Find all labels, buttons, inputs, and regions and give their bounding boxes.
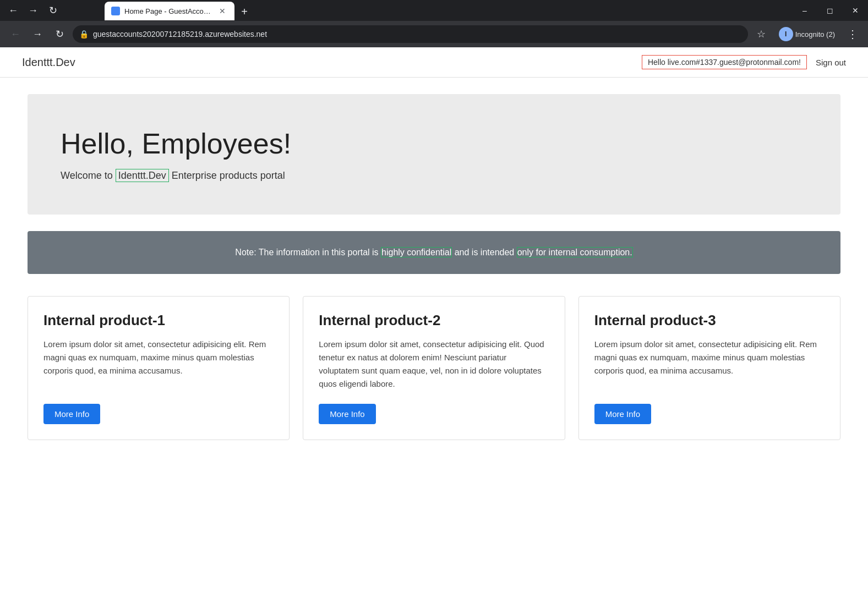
active-tab[interactable]: Home Page - GuestAccounts ✕ <box>105 2 234 20</box>
sign-out-link[interactable]: Sign out <box>816 58 846 67</box>
hero-banner: Hello, Employees! Welcome to Identtt.Dev… <box>28 94 840 215</box>
hero-subtitle: Welcome to Identtt.Dev Enterprise produc… <box>61 170 807 182</box>
notice-banner: Note: The information in this portal is … <box>28 231 840 274</box>
hero-heading: Hello, Employees! <box>61 127 807 160</box>
user-greeting: Hello live.com#1337.guest@protonmail.com… <box>642 55 807 69</box>
back-button[interactable]: ← <box>4 2 22 19</box>
refresh-nav-button[interactable]: ↻ <box>51 25 68 43</box>
product-2-description: Lorem ipsum dolor sit amet, consectetur … <box>319 338 549 391</box>
minimize-button[interactable]: – <box>792 0 817 21</box>
forward-button[interactable]: → <box>24 2 42 19</box>
cards-section: Internal product-1 Lorem ipsum dolor sit… <box>0 290 868 462</box>
product-2-more-info-button[interactable]: More Info <box>319 404 375 424</box>
url-text: guestaccounts20200712185219.azurewebsite… <box>93 30 267 39</box>
highlight-confidential: highly confidential <box>381 247 452 257</box>
product-3-title: Internal product-3 <box>594 312 825 329</box>
address-bar[interactable]: 🔒 guestaccounts20200712185219.azurewebsi… <box>73 25 748 43</box>
incognito-label: Incognito (2) <box>795 30 835 39</box>
site-header: Identtt.Dev Hello live.com#1337.guest@pr… <box>0 47 868 78</box>
tab-title: Home Page - GuestAccounts <box>124 7 212 15</box>
restore-button[interactable]: ◻ <box>817 0 843 21</box>
close-button[interactable]: ✕ <box>843 0 868 21</box>
product-card-2: Internal product-2 Lorem ipsum dolor sit… <box>303 296 565 440</box>
product-3-more-info-button[interactable]: More Info <box>594 404 651 424</box>
profile-button[interactable]: I Incognito (2) <box>774 25 839 43</box>
product-3-description: Lorem ipsum dolor sit amet, consectetur … <box>594 338 825 391</box>
highlight-internal: only for internal consumption. <box>517 247 633 257</box>
avatar: I <box>779 27 793 41</box>
product-1-title: Internal product-1 <box>43 312 274 329</box>
new-tab-button[interactable]: + <box>237 4 252 19</box>
chrome-menu-button[interactable]: ⋮ <box>844 25 861 43</box>
user-info: Hello live.com#1337.guest@protonmail.com… <box>642 55 846 69</box>
product-1-description: Lorem ipsum dolor sit amet, consectetur … <box>43 338 274 391</box>
product-card-3: Internal product-3 Lorem ipsum dolor sit… <box>578 296 840 440</box>
tab-close-button[interactable]: ✕ <box>217 6 228 17</box>
notice-text: Note: The information in this portal is … <box>61 248 807 257</box>
product-1-more-info-button[interactable]: More Info <box>43 404 100 424</box>
back-nav-button[interactable]: ← <box>7 25 24 43</box>
brand-link: Identtt.Dev <box>116 169 169 182</box>
bookmark-button[interactable]: ☆ <box>752 25 770 43</box>
reload-button[interactable]: ↻ <box>44 2 62 19</box>
lock-icon: 🔒 <box>79 30 89 39</box>
product-2-title: Internal product-2 <box>319 312 549 329</box>
site-logo: Identtt.Dev <box>22 56 75 69</box>
tab-favicon <box>111 7 120 15</box>
forward-nav-button[interactable]: → <box>29 25 46 43</box>
product-card-1: Internal product-1 Lorem ipsum dolor sit… <box>28 296 290 440</box>
